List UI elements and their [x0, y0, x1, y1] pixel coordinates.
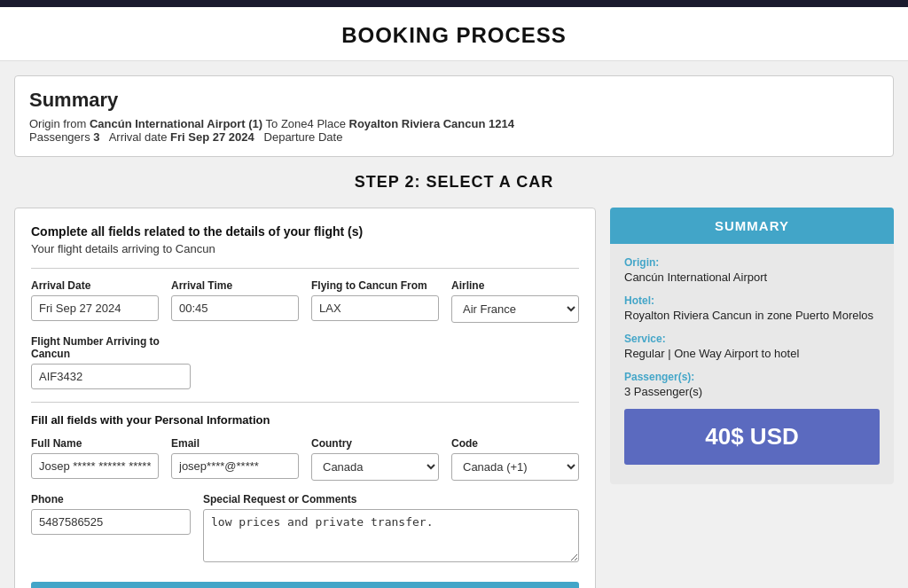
special-request-label: Special Request or Comments [203, 493, 579, 506]
right-hotel-value: Royalton Riviera Cancun in zone Puerto M… [624, 309, 880, 322]
right-panel: SUMMARY Origin: Cancún International Air… [610, 208, 894, 484]
email-group: Email [171, 437, 299, 481]
arrival-time-input[interactable] [171, 295, 299, 321]
airline-group: Airline Air France American Airlines Del… [451, 279, 579, 323]
right-passengers-field: Passenger(s): 3 Passenger(s) [624, 371, 880, 398]
phone-group: Phone [31, 493, 191, 562]
top-bar [0, 0, 908, 7]
right-service-value: Regular | One Way Airport to hotel [624, 347, 880, 360]
full-name-label: Full Name [31, 437, 159, 450]
price-box: 40$ USD [624, 409, 880, 465]
email-label: Email [171, 437, 299, 450]
flight-section-title: Complete all fields related to the detai… [31, 224, 579, 239]
right-origin-field: Origin: Cancún International Airport [624, 256, 880, 284]
flight-row1: Arrival Date Arrival Time Flying to Canc… [31, 279, 579, 323]
flight-number-label: Flight Number Arriving to Cancun [31, 335, 191, 360]
flight-number-group: Flight Number Arriving to Cancun [31, 335, 191, 389]
arrival-date-label: Arrival Date [31, 279, 159, 292]
arrival-time-group: Arrival Time [171, 279, 299, 323]
full-name-input[interactable] [31, 453, 159, 479]
summary-line1: Origin from Cancún International Airport… [29, 117, 879, 130]
continue-button[interactable]: CONTINUE [31, 582, 579, 588]
flying-from-input[interactable] [311, 295, 439, 321]
step-title: STEP 2: SELECT A CAR [14, 173, 894, 192]
summary-heading: Summary [29, 89, 879, 112]
summary-line2: Passengers 3 Arrival date Fri Sep 27 202… [29, 130, 879, 144]
arrival-date-input[interactable] [31, 295, 159, 321]
phone-input[interactable] [31, 509, 191, 535]
country-group: Country Canada United States Mexico Unit… [311, 437, 439, 481]
email-input[interactable] [171, 453, 299, 479]
arrival-time-label: Arrival Time [171, 279, 299, 292]
code-select[interactable]: Canada (+1) USA (+1) Mexico (+52) UK (+4… [451, 453, 579, 481]
right-origin-value: Cancún International Airport [624, 270, 880, 284]
flight-section-subtitle: Your flight details arriving to Cancun [31, 242, 579, 255]
airline-label: Airline [451, 279, 579, 292]
flying-from-group: Flying to Cancun From [311, 279, 439, 323]
special-request-textarea[interactable]: low prices and private transfer. [203, 509, 579, 562]
personal-row2: Phone Special Request or Comments low pr… [31, 493, 579, 562]
right-origin-label: Origin: [624, 256, 880, 269]
country-select[interactable]: Canada United States Mexico United Kingd… [311, 453, 439, 481]
right-summary-header: SUMMARY [610, 208, 894, 244]
right-service-field: Service: Regular | One Way Airport to ho… [624, 333, 880, 360]
code-group: Code Canada (+1) USA (+1) Mexico (+52) U… [451, 437, 579, 481]
airline-select[interactable]: Air France American Airlines Delta Unite… [451, 295, 579, 323]
personal-row1: Full Name Email Country Canada United St… [31, 437, 579, 481]
booking-summary-box: Summary Origin from Cancún International… [14, 75, 894, 157]
arrival-date-group: Arrival Date [31, 279, 159, 323]
right-summary-body: Origin: Cancún International Airport Hot… [610, 244, 894, 484]
flying-from-label: Flying to Cancun From [311, 279, 439, 292]
country-label: Country [311, 437, 439, 450]
page-title-bar: BOOKING PROCESS [0, 7, 908, 61]
left-panel: Complete all fields related to the detai… [14, 208, 596, 588]
right-hotel-label: Hotel: [624, 294, 880, 307]
flight-number-input[interactable] [31, 364, 191, 389]
full-name-group: Full Name [31, 437, 159, 481]
right-passengers-value: 3 Passenger(s) [624, 385, 880, 398]
right-service-label: Service: [624, 333, 880, 345]
right-passengers-label: Passenger(s): [624, 371, 880, 383]
phone-label: Phone [31, 493, 191, 506]
divider1 [31, 268, 579, 269]
code-label: Code [451, 437, 579, 450]
flight-row2: Flight Number Arriving to Cancun [31, 335, 579, 389]
right-hotel-field: Hotel: Royalton Riviera Cancun in zone P… [624, 294, 880, 322]
divider2 [31, 402, 579, 403]
special-request-group: Special Request or Comments low prices a… [203, 493, 579, 562]
page-title: BOOKING PROCESS [0, 23, 908, 48]
personal-info-title: Fill all fields with your Personal Infor… [31, 413, 579, 427]
